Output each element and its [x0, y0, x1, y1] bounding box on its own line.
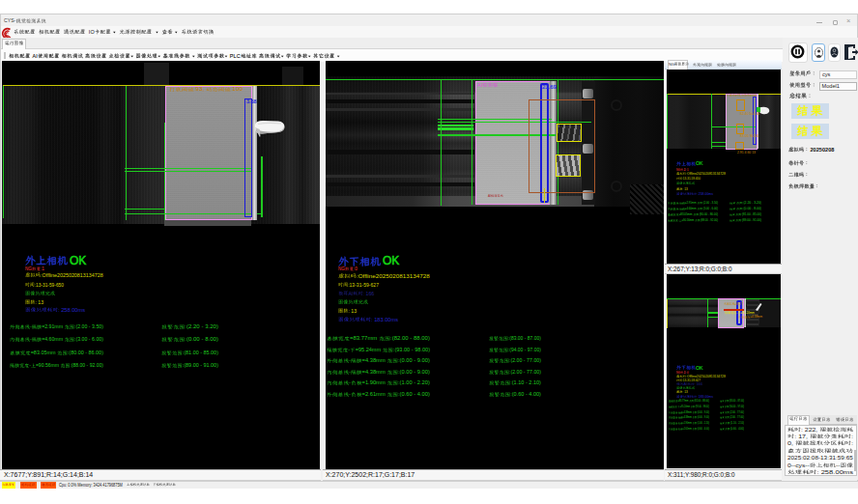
svg-text:-: -	[710, 202, 711, 206]
svg-text:-: -	[678, 219, 679, 222]
svg-text:-: -	[348, 347, 350, 352]
svg-text::: :	[816, 469, 818, 475]
svg-text::(93.00: :(93.00	[393, 347, 410, 352]
svg-text::: :	[697, 394, 698, 398]
svg-text:166: 166	[697, 382, 702, 386]
svg-text::93,: :93,	[194, 87, 205, 92]
svg-text:91.00): 91.00)	[753, 218, 761, 222]
svg-text:2.10): 2.10)	[529, 380, 541, 386]
svg-text:-: -	[710, 208, 711, 211]
svg-text:-: -	[678, 208, 679, 211]
svg-text::: :	[801, 426, 803, 432]
svg-text::0: :0	[354, 266, 358, 271]
svg-text:-: -	[349, 369, 351, 375]
svg-text::0: :0	[686, 370, 689, 374]
svg-text::: :	[695, 382, 696, 386]
svg-text:=4.38mm: =4.38mm	[362, 369, 386, 375]
svg-text:=4.60mm: =4.60mm	[685, 208, 697, 211]
svg-text::: :	[682, 186, 683, 190]
svg-text:13: 13	[38, 298, 43, 304]
svg-text::(1.10: :(1.10	[510, 380, 524, 386]
svg-text:=4.38mm: =4.38mm	[683, 411, 692, 414]
svg-text::Offline2025020813134728: :Offline2025020813134728	[41, 272, 103, 278]
svg-text:9.00): 9.00)	[704, 417, 709, 420]
svg-text:-: -	[736, 422, 737, 425]
svg-text:-: -	[525, 335, 527, 341]
svg-text::(2.00: :(2.00	[74, 323, 88, 329]
svg-text:166: 166	[366, 290, 375, 295]
svg-text:0,: 0,	[787, 440, 793, 446]
svg-text:258.00ms: 258.00ms	[699, 192, 714, 196]
svg-text:Memory:: Memory:	[77, 482, 92, 487]
svg-text::(0.00: :(0.00	[697, 417, 702, 420]
svg-text:3424.41796875M: 3424.41796875M	[93, 482, 123, 487]
svg-text:CYS-: CYS-	[4, 17, 16, 23]
svg-text:92.00): 92.00)	[710, 218, 718, 222]
svg-text:-: -	[414, 369, 415, 375]
svg-text::(3.00: :(3.00	[74, 337, 88, 343]
svg-text:=4.38mm: =4.38mm	[362, 358, 386, 364]
svg-text:-: -	[30, 337, 32, 343]
svg-text::(80.00: :(80.00	[68, 350, 84, 355]
svg-text:-: -	[677, 422, 678, 425]
svg-text::(81.00: :(81.00	[182, 350, 198, 355]
svg-text::(2.00: :(2.00	[509, 369, 523, 375]
svg-text::(0.00: :(0.00	[743, 208, 752, 211]
svg-text:86.00): 86.00)	[89, 350, 104, 355]
svg-text:=90.56mm: =90.56mm	[681, 218, 695, 222]
svg-text:0--cys--: 0--cys--	[787, 462, 810, 467]
svg-text:3.20): 3.20)	[205, 324, 218, 329]
svg-text::(0.00: :(0.00	[185, 337, 199, 342]
svg-text::1: :1	[41, 266, 44, 271]
svg-text:=95.24mm: =95.24mm	[740, 311, 755, 315]
svg-text:83.05: 83.05	[740, 135, 749, 138]
svg-text:77.00): 77.00)	[737, 416, 744, 420]
svg-text:OK: OK	[70, 254, 86, 267]
svg-text:92.00): 92.00)	[90, 362, 104, 368]
svg-text:88.00): 88.00)	[703, 399, 710, 403]
svg-text:-: -	[201, 337, 203, 342]
svg-text:-: -	[736, 406, 737, 408]
svg-text:=83.77: =83.77	[734, 302, 743, 306]
svg-text::: :	[58, 307, 60, 313]
svg-text::: :	[794, 434, 796, 439]
svg-text:=1.90mm: =1.90mm	[683, 422, 692, 425]
svg-text::(2.20: :(2.20	[185, 324, 199, 329]
svg-text::(88.00: :(88.00	[700, 218, 708, 222]
svg-text::: :	[682, 390, 683, 394]
svg-text:88.00): 88.00)	[414, 336, 430, 341]
svg-text:OK: OK	[696, 160, 703, 166]
svg-text:-: -	[89, 337, 91, 343]
svg-text:98.00): 98.00)	[415, 347, 430, 352]
svg-text::100: :100	[752, 94, 758, 98]
svg-text:77.00): 77.00)	[527, 358, 541, 364]
svg-text:-: -	[736, 428, 737, 431]
svg-text:4.60: 4.60	[744, 152, 751, 155]
svg-text::(0.00: :(0.00	[398, 358, 413, 364]
svg-text:3.20): 3.20)	[754, 202, 761, 206]
svg-text:4.00): 4.00)	[417, 391, 430, 397]
svg-text:-: -	[701, 401, 702, 404]
svg-text::: :	[35, 298, 36, 304]
svg-text:8.00): 8.00)	[205, 337, 218, 342]
svg-text:-: -	[349, 358, 351, 364]
svg-text:-: -	[349, 391, 351, 397]
svg-text::(0.00: :(0.00	[697, 411, 702, 414]
svg-text:=2.91mm: =2.91mm	[42, 323, 63, 329]
svg-text:-: -	[412, 347, 414, 352]
svg-text:=2.91mm: =2.91mm	[685, 202, 697, 206]
svg-text:NG: NG	[669, 62, 674, 67]
svg-text:NG: NG	[676, 370, 681, 374]
svg-text::(0.60: :(0.60	[729, 427, 736, 431]
svg-text:-: -	[526, 380, 528, 386]
svg-text:3.50): 3.50)	[712, 202, 718, 206]
svg-text:-: -	[751, 213, 752, 217]
svg-text:2.20): 2.20)	[417, 380, 430, 386]
svg-text:90.56: 90.56	[750, 135, 758, 138]
svg-text::13-31-59-650: :13-31-59-650	[682, 177, 701, 181]
svg-text:=95.24mm: =95.24mm	[680, 406, 690, 408]
svg-text:9.00): 9.00)	[417, 369, 430, 375]
svg-text:2025:02:08-13:31:59:65: 2025:02:08-13:31:59:65	[787, 455, 854, 460]
svg-text:-: -	[29, 362, 31, 368]
svg-text:4.00): 4.00)	[704, 428, 709, 431]
